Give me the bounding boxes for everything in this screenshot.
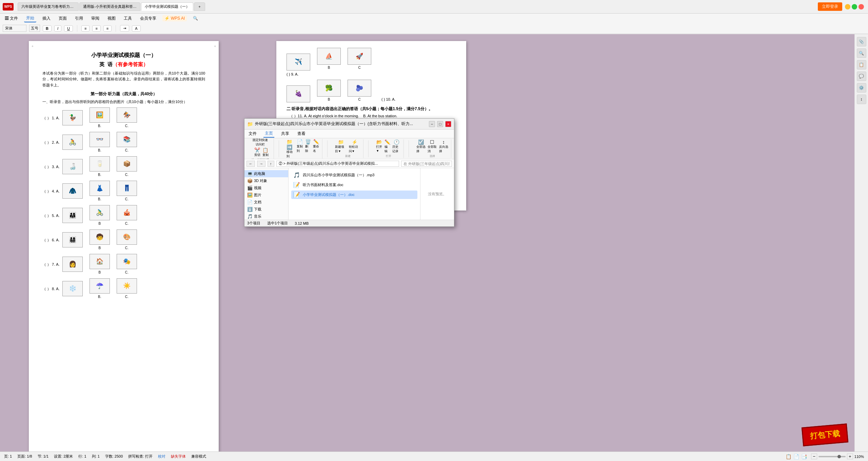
fe-titlebar: 📁 外研版(三年级起点)四川乐山市小学英语毕业测试模拟题（一）(含听力书面材料、… <box>244 119 454 129</box>
fe-menu-file[interactable]: 文件 <box>247 130 258 137</box>
fe-sidebar-downloads[interactable]: ⬇️ 下载 <box>244 206 288 213</box>
fe-forward-button[interactable]: → <box>257 161 265 167</box>
fe-history-button[interactable]: 🕐 历史记录 <box>392 139 401 154</box>
fe-invert-selection-button[interactable]: ↕️ 反向选择 <box>439 139 448 154</box>
align-center-button[interactable]: ≡ <box>92 25 100 32</box>
maximize-button[interactable] <box>852 4 857 9</box>
right-tool-3[interactable]: 📋 <box>857 60 866 69</box>
fe-file-mp3[interactable]: 🎵 四川乐山市小学毕业测试模拟题（一）.mp3 <box>291 171 417 179</box>
fe-deselect-button[interactable]: ☐ 全部取消 <box>428 139 437 154</box>
menu-references[interactable]: 引用 <box>73 15 85 22</box>
fe-organize-group: 📁➡️ 移动到 📄 复制到 🗑️ 删除 ✏️ 重命名 <box>284 139 322 159</box>
font-size[interactable]: 五号 <box>29 25 40 32</box>
q11-num: （ ）11. A. At eight o'clock in the mornin… <box>289 113 456 119</box>
fe-close-button[interactable]: × <box>445 121 451 127</box>
q9-label-b: B <box>328 66 330 69</box>
align-left-button[interactable]: ≡ <box>81 25 90 32</box>
fe-menu-home[interactable]: 主页 <box>263 130 274 138</box>
zoom-in-button[interactable]: + <box>847 454 853 459</box>
view-mode-2[interactable]: 📄 <box>793 454 799 459</box>
close-button[interactable] <box>859 4 864 9</box>
section1-title: 第一部分 听力题（四大题，共40分） <box>42 91 205 97</box>
fe-sidebar-3d[interactable]: 📦 3D 对象 <box>244 177 288 184</box>
fe-sidebar: 💻 此电脑 📦 3D 对象 🎬 视频 🖼️ 图片 📄 文档 <box>244 168 289 220</box>
fe-file-answer-doc[interactable]: 📝 听力书面材料及答案.doc <box>291 181 417 189</box>
fe-sidebar-docs[interactable]: 📄 文档 <box>244 199 288 206</box>
zoom-slider[interactable] <box>818 456 846 457</box>
fe-move-button[interactable]: 📁➡️ 移动到 <box>287 139 295 159</box>
fe-open-button[interactable]: 📂 打开▼ <box>376 139 382 154</box>
color-button[interactable]: A <box>132 25 140 32</box>
fe-search-input[interactable] <box>401 161 452 167</box>
q2-label-b: B. <box>98 148 101 153</box>
fe-sidebar-pictures[interactable]: 🖼️ 图片 <box>244 192 288 199</box>
italic-button[interactable]: I <box>54 25 61 32</box>
fe-maximize-button[interactable]: □ <box>437 121 443 127</box>
view-mode-1[interactable]: 📋 <box>786 454 791 459</box>
menu-view[interactable]: 视图 <box>105 15 118 22</box>
indent-button[interactable]: ⇥ <box>120 25 129 32</box>
q10-num: ( ) 10. A. <box>381 97 396 102</box>
fe-pictures-icon: 🖼️ <box>247 193 253 198</box>
zoom-out-button[interactable]: − <box>811 454 817 459</box>
menu-page[interactable]: 页面 <box>57 15 69 22</box>
right-tool-6[interactable]: ↕️ <box>857 95 866 104</box>
q3-num: （ ） 3. A. <box>42 164 60 170</box>
q4-opt-b: 👗 B. <box>90 181 110 202</box>
fe-sidebar-this-pc[interactable]: 💻 此电脑 <box>244 170 288 177</box>
q10-opt-a: 🍇 <box>287 85 310 102</box>
underline-button[interactable]: U <box>64 25 73 32</box>
fe-up-button[interactable]: ↑ <box>268 161 274 167</box>
fe-easy-access-button[interactable]: ⚡ 轻松访问▼ <box>349 139 361 154</box>
fe-minimize-button[interactable]: − <box>429 121 435 127</box>
menu-tools[interactable]: 工具 <box>122 15 134 22</box>
right-tool-4[interactable]: 💬 <box>857 72 866 81</box>
fe-menu-share[interactable]: 共享 <box>280 130 291 137</box>
minimize-button[interactable] <box>845 4 850 9</box>
status-section: 节: 1/1 <box>38 454 48 459</box>
fe-status-bar: 3个项目 选中1个项目 3.12 MB <box>244 220 454 226</box>
fe-sidebar-video[interactable]: 🎬 视频 <box>244 184 288 192</box>
fe-path-input[interactable] <box>276 161 399 167</box>
status-proofread[interactable]: 校对 <box>158 454 165 459</box>
fe-edit-button[interactable]: ✏️ 编辑 <box>384 139 390 154</box>
search-button[interactable]: 🔍 <box>191 15 200 21</box>
bold-button[interactable]: B <box>43 25 52 32</box>
menu-file[interactable]: ☰ 文件 <box>3 15 20 22</box>
fe-docs-icon: 📄 <box>247 200 253 205</box>
tab-3-active[interactable]: 小学毕业测试模拟题（一） <box>141 2 193 11</box>
fe-rename-button[interactable]: ✏️ 重命名 <box>313 139 319 159</box>
menu-home[interactable]: 开始 <box>24 15 36 22</box>
fe-pin-button[interactable]: 📌 固定到快速 访问栏 <box>253 138 268 147</box>
menu-review[interactable]: 审阅 <box>89 15 101 22</box>
status-missing-font[interactable]: 缺失字体 <box>171 454 186 459</box>
menu-wps-ai[interactable]: ⚡ WPS AI <box>162 15 187 21</box>
status-page-count: 页面: 1/8 <box>17 454 32 459</box>
fe-sidebar-music[interactable]: 🎵 音乐 <box>244 213 288 220</box>
fe-back-button[interactable]: ← <box>246 161 255 167</box>
tab-add[interactable]: ＋ <box>194 2 205 11</box>
fe-menu-view[interactable]: 查看 <box>296 130 307 137</box>
fe-copy-button[interactable]: 📋 复制 <box>262 147 269 157</box>
status-spell: 拼写检查: 打开 <box>128 454 153 459</box>
align-right-button[interactable]: ≡ <box>103 25 112 32</box>
tab-2[interactable]: 通用版-小升初英语全真题和答案01（含... <box>79 2 140 11</box>
fe-new-item-button[interactable]: 📁 新建项目▼ <box>335 139 347 154</box>
right-tool-1[interactable]: 📎 <box>857 37 866 46</box>
menu-insert[interactable]: 插入 <box>40 15 53 22</box>
tab-1[interactable]: 六年级英语毕业复习卷考听力录音d... <box>18 2 79 11</box>
right-tool-5[interactable]: ⚙️ <box>857 83 866 93</box>
menu-vip[interactable]: 会员专享 <box>138 15 158 22</box>
right-tool-2[interactable]: 🔍 <box>857 48 866 58</box>
login-button[interactable]: 立即登录 <box>818 2 842 11</box>
fe-copyto-button[interactable]: 📄 复制到 <box>297 139 303 159</box>
q5-label-b: B <box>98 221 101 226</box>
download-badge[interactable]: 打包下载 <box>802 423 848 446</box>
view-mode-3[interactable]: 📑 <box>801 454 807 459</box>
font-name[interactable]: 宋体 <box>3 25 26 32</box>
q4-images: 🧥 👗 B. 👖 C. <box>62 181 137 202</box>
fe-cut-button[interactable]: ✂️ 剪切 <box>254 147 260 157</box>
fe-delete-button[interactable]: 🗑️ 删除 <box>305 139 311 159</box>
fe-file-exam-doc[interactable]: 📝 小学毕业测试模拟题（一）.doc <box>291 191 417 199</box>
fe-select-all-button[interactable]: ☑️ 全部选择 <box>416 139 426 154</box>
